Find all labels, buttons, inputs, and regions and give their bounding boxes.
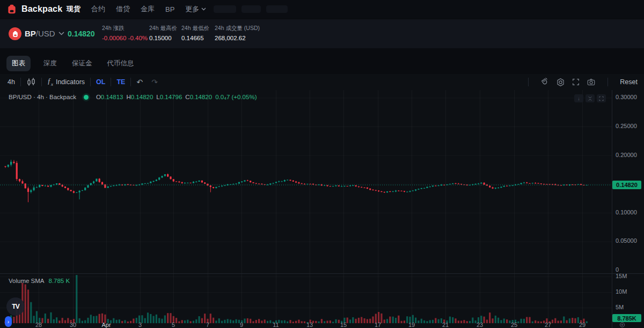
pair-base: BP (25, 29, 36, 38)
toolbar-divider (20, 78, 21, 86)
time-tick-label: 13 (306, 322, 313, 328)
legend-title[interactable]: BP/USD · 4h · Backpack (9, 94, 76, 100)
toolbar-right: Reset (523, 74, 638, 90)
fx-icon: ƒx (47, 77, 53, 87)
tab-chart[interactable]: 图表 (6, 56, 31, 71)
nav-item-more[interactable]: 更多 (185, 4, 206, 14)
chevron-down-icon (201, 8, 206, 11)
ol-button[interactable]: OL (96, 78, 105, 86)
time-tick-label: 30 (70, 322, 76, 328)
volume-legend-title: Volume SMA (9, 278, 44, 284)
nav-placeholder (266, 5, 288, 13)
ptick-label: 0.10000 (616, 209, 637, 215)
time-tick-label: 19 (408, 322, 415, 328)
ptick-label: 0.20000 (616, 152, 637, 158)
pane-collapse-button[interactable] (586, 94, 595, 102)
trading-page: Backpack 现货 合约 借贷 金库 BP 更多 BP/USD (0, 0, 644, 328)
magnet-icon[interactable] (540, 78, 550, 87)
chart-toolbar: 4h ƒx Indicators OL TE ↶ ↷ (0, 74, 644, 90)
legend-close: C0.14820 (185, 94, 212, 100)
backpack-logo-icon (6, 4, 17, 14)
pane-maximize-button[interactable] (597, 94, 606, 102)
tab-depth[interactable]: 深度 (41, 56, 59, 71)
time-tick-label: 28 (35, 322, 42, 328)
pane-controls: ↓ (574, 94, 606, 102)
tradingview-logo[interactable]: TV (6, 297, 25, 316)
tab-token-info[interactable]: 代币信息 (105, 56, 136, 71)
settings-gear-icon[interactable] (556, 78, 565, 87)
volume-legend[interactable]: Volume SMA 8.785 K (9, 278, 70, 284)
toolbar-divider (41, 78, 42, 86)
tab-margin[interactable]: 保证金 (70, 56, 94, 71)
nav-placeholder (214, 5, 236, 13)
time-tick-label: 11 (273, 322, 279, 328)
volume-sma-value: 8.785 K (48, 278, 70, 284)
nav-item-vault[interactable]: 金库 (141, 4, 155, 14)
time-tick-label: 7 (206, 322, 209, 328)
vtick-label: 10M (616, 288, 627, 295)
time-tick-label: 3 (138, 322, 142, 328)
nav-item-lend[interactable]: 借贷 (116, 4, 130, 14)
panel-expand-handle[interactable]: › (5, 316, 12, 327)
te-button[interactable]: TE (116, 78, 125, 86)
legend-change: 0.0₄7 (+0.05%) (215, 94, 257, 100)
legend-low: L0.14796 (156, 94, 182, 100)
stat-24h-high: 24h 最高价 0.15000 (149, 25, 177, 41)
time-tick-label: Apr (101, 322, 111, 328)
nav-item-spot[interactable]: 现货 (67, 4, 80, 14)
time-tick-label: 23 (477, 322, 483, 328)
pair-selector[interactable]: BP/USD (25, 29, 64, 38)
top-nav: Backpack 现货 合约 借贷 金库 BP 更多 (0, 0, 644, 18)
toolbar-divider (130, 78, 131, 86)
chart-legend: BP/USD · 4h · Backpack O0.14813 H0.14820… (9, 94, 257, 100)
time-axis-settings-icon[interactable] (618, 322, 626, 328)
redo-button[interactable]: ↷ (151, 78, 158, 86)
camera-icon[interactable] (587, 78, 596, 87)
time-tick-label: 27 (545, 322, 551, 328)
time-tick-label: 15 (340, 322, 347, 328)
pane-divider[interactable] (0, 273, 644, 274)
price-axis-border (612, 90, 612, 328)
ticker-bar: BP/USD 0.14820 24h 涨跌 -0.00060 -0.40% 24… (0, 19, 644, 48)
pair-quote: /USD (36, 29, 55, 38)
time-tick-label: 5 (172, 322, 175, 328)
ptick-label: 0 (616, 266, 619, 273)
legend-open: O0.14813 (96, 94, 123, 100)
vtick-label: 5M (616, 304, 624, 310)
toolbar-divider (608, 78, 608, 86)
ptick-label: 0.30000 (616, 94, 637, 100)
chevron-down-icon (58, 32, 64, 35)
pair-token-icon (9, 27, 21, 40)
stat-24h-low: 24h 最低价 0.14665 (181, 25, 209, 41)
time-tick-label: 9 (240, 322, 243, 328)
nav-item-bp[interactable]: BP (165, 5, 174, 13)
toolbar-divider (90, 78, 91, 86)
nav-item-futures[interactable]: 合约 (91, 4, 105, 14)
toolbar-divider (528, 78, 529, 86)
ptick-label: 0.05000 (616, 237, 637, 244)
brand[interactable]: Backpack (6, 4, 62, 14)
time-tick-label: 17 (375, 322, 381, 328)
nav-placeholder (241, 5, 261, 13)
reset-button[interactable]: Reset (620, 78, 638, 86)
fullscreen-icon[interactable] (572, 78, 580, 86)
undo-button[interactable]: ↶ (136, 78, 143, 86)
indicators-button[interactable]: ƒx Indicators (47, 77, 85, 87)
time-tick-label: 25 (511, 322, 517, 328)
toolbar-divider (111, 78, 111, 86)
candle-style-button[interactable] (26, 77, 36, 87)
stat-24h-change: 24h 涨跌 -0.00060 -0.40% (102, 25, 148, 41)
nav-menu: 现货 合约 借贷 金库 BP 更多 (67, 0, 206, 18)
time-tick-label: 29 (579, 322, 586, 328)
legend-high: H0.14820 (126, 94, 153, 100)
candlestick-chart[interactable] (0, 90, 612, 328)
ptick-label: 0.25000 (616, 123, 637, 129)
stat-24h-volume: 24h 成交量 (USD) 268,002.62 (215, 25, 260, 41)
volume-badge: 8.785K (612, 314, 641, 322)
pane-move-down-button[interactable]: ↓ (574, 94, 583, 102)
time-tick-label: 21 (442, 322, 449, 328)
market-status-dot (84, 95, 89, 100)
view-tabs: 图表 深度 保证金 代币信息 (6, 56, 136, 71)
last-price-badge: 0.14820 (612, 181, 641, 189)
interval-button[interactable]: 4h (8, 78, 15, 86)
